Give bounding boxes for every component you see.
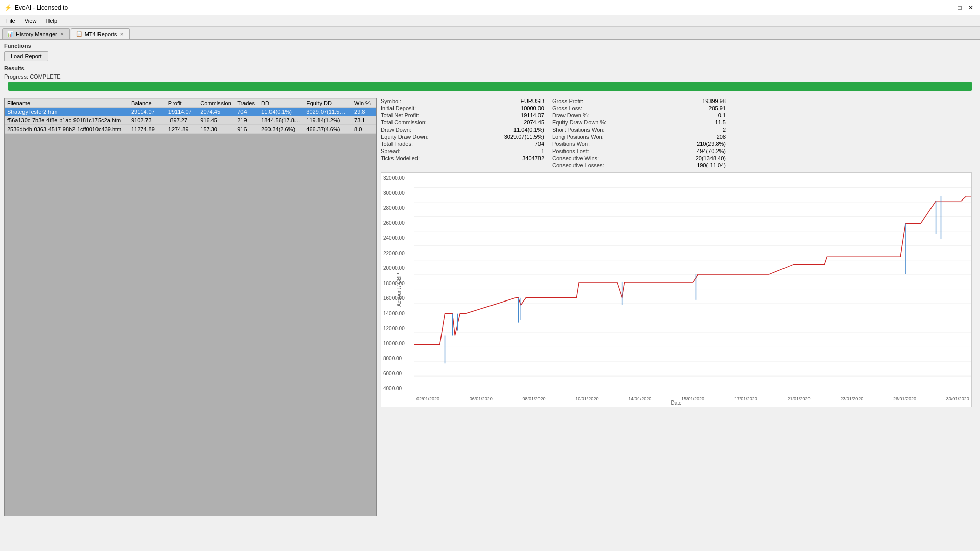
tab-mt4-reports-icon: 📋	[76, 31, 83, 37]
y-label: 22000.00	[383, 251, 412, 256]
stat-net-profit: Total Net Profit: 19114.07	[381, 112, 544, 118]
col-equity-dd: Equity DD	[304, 99, 352, 108]
x-label: 10/01/2020	[575, 396, 598, 402]
cell-profit: 1274.89	[166, 125, 198, 134]
main-layout: Filename Balance Profit Commission Trade…	[0, 98, 980, 516]
file-table-header: Filename Balance Profit Commission Trade…	[5, 99, 376, 108]
menu-view[interactable]: View	[20, 17, 41, 25]
cell-balance: 11274.89	[129, 125, 166, 134]
stat-positions-lost: Positions Lost: 494(70.2%)	[552, 148, 726, 154]
cell-profit: 19114.07	[166, 108, 198, 116]
close-button[interactable]: ✕	[966, 3, 976, 13]
cell-equity-dd: 466.37(4.6%)	[304, 125, 352, 134]
stats-right-col: Gross Profit: 19399.98 Gross Loss: -285.…	[552, 98, 726, 168]
table-row[interactable]: StrategyTester2.htm 29114.07 19114.07 20…	[5, 108, 376, 116]
y-label: 20000.00	[383, 265, 412, 271]
progress-status: Progress: COMPLETE	[4, 73, 976, 80]
title-bar: ⚡ EvoAI - Licensed to — □ ✕	[0, 0, 980, 15]
col-win: Win %	[352, 99, 376, 108]
cell-commission: 2074.45	[198, 108, 235, 116]
chart-svg	[414, 173, 971, 391]
y-label: 4000.00	[383, 386, 412, 391]
y-axis: 32000.00 30000.00 28000.00 26000.00 2400…	[381, 173, 414, 391]
x-label: 23/01/2020	[840, 396, 863, 402]
x-axis-label: Date	[671, 400, 681, 406]
file-table-body: StrategyTester2.htm 29114.07 19114.07 20…	[5, 108, 376, 134]
tab-history-manager-close[interactable]: ✕	[59, 31, 65, 37]
y-label: 32000.00	[383, 175, 412, 181]
menu-help[interactable]: Help	[41, 17, 61, 25]
cell-dd: 260.34(2.6%)	[259, 125, 304, 134]
file-table-panel: Filename Balance Profit Commission Trade…	[4, 98, 377, 516]
tab-history-manager[interactable]: 📊 History Manager ✕	[2, 28, 70, 39]
cell-profit: -897.27	[166, 116, 198, 125]
y-label: 30000.00	[383, 190, 412, 196]
x-label: 08/01/2020	[523, 396, 546, 402]
col-trades: Trades	[235, 99, 259, 108]
cell-trades: 916	[235, 125, 259, 134]
stat-consecutive-wins: Consecutive Wins: 20(1348.40)	[552, 155, 726, 161]
title-bar-left: ⚡ EvoAI - Licensed to	[4, 4, 68, 11]
x-label: 30/01/2020	[946, 396, 969, 402]
y-label: 26000.00	[383, 220, 412, 226]
results-label: Results	[4, 65, 976, 71]
cell-balance: 9102.73	[129, 116, 166, 125]
progress-bar	[8, 82, 972, 91]
cell-trades: 219	[235, 116, 259, 125]
x-label: 26/01/2020	[893, 396, 916, 402]
stat-commission: Total Commission: 2074.45	[381, 119, 544, 126]
stat-positions-won: Positions Won: 210(29.8%)	[552, 141, 726, 147]
x-label: 14/01/2020	[628, 396, 651, 402]
equity-chart: Account / GBP 32000.00 30000.00 28000.00…	[381, 172, 972, 407]
col-dd: DD	[259, 99, 304, 108]
stat-gross-loss: Gross Loss: -285.91	[552, 105, 726, 111]
col-commission: Commission	[198, 99, 235, 108]
stat-drawdown-pct: Draw Down %: 0.1	[552, 112, 726, 118]
app-icon: ⚡	[4, 4, 12, 11]
results-section: Results Progress: COMPLETE	[4, 65, 976, 91]
cell-win: 29.8	[352, 108, 376, 116]
y-label: 14000.00	[383, 311, 412, 316]
tab-mt4-reports[interactable]: 📋 MT4 Reports ✕	[71, 28, 130, 39]
stat-consecutive-losses: Consecutive Losses: 190(-11.04)	[552, 162, 726, 168]
stats-left-col: Symbol: EURUSD Initial Deposit: 10000.00…	[381, 98, 544, 168]
y-label: 10000.00	[383, 341, 412, 346]
maximize-button[interactable]: □	[954, 3, 965, 13]
stat-gross-profit: Gross Profit: 19399.98	[552, 98, 726, 104]
file-table: Filename Balance Profit Commission Trade…	[5, 98, 376, 134]
stat-initial-deposit: Initial Deposit: 10000.00	[381, 105, 544, 111]
table-row[interactable]: 2536db4b-0363-4517-98b2-1cff0010c439.htm…	[5, 125, 376, 134]
tab-mt4-reports-close[interactable]: ✕	[119, 31, 125, 37]
x-label: 17/01/2020	[734, 396, 757, 402]
content-area: Functions Load Report Results Progress: …	[0, 40, 980, 98]
cell-balance: 29114.07	[129, 108, 166, 116]
x-axis: 02/01/2020 06/01/2020 08/01/2020 10/01/2…	[414, 391, 971, 407]
cell-commission: 157.30	[198, 125, 235, 134]
stat-drawdown: Draw Down: 11.04(0.1%)	[381, 127, 544, 133]
stat-equity-drawdown: Equity Draw Down: 3029.07(11.5%)	[381, 134, 544, 140]
tab-history-manager-label: History Manager	[16, 31, 57, 37]
functions-label: Functions	[4, 43, 976, 49]
stat-short-positions: Short Positions Won: 2	[552, 127, 726, 133]
load-report-button[interactable]: Load Report	[4, 51, 48, 61]
col-balance: Balance	[129, 99, 166, 108]
app-title: EvoAI - Licensed to	[15, 4, 68, 11]
cell-filename: 2536db4b-0363-4517-98b2-1cff0010c439.htm	[5, 125, 129, 134]
tab-history-manager-icon: 📊	[7, 31, 14, 37]
chart-svg-area	[414, 173, 971, 391]
stat-total-trades: Total Trades: 704	[381, 141, 544, 147]
x-label: 02/01/2020	[416, 396, 439, 402]
right-panel: Symbol: EURUSD Initial Deposit: 10000.00…	[377, 98, 976, 516]
stat-spread: Spread: 1	[381, 148, 544, 154]
menu-bar: File View Help	[0, 15, 980, 27]
y-label: 24000.00	[383, 235, 412, 241]
stat-ticks-modelled: Ticks Modelled: 3404782	[381, 155, 544, 161]
table-row[interactable]: f56a130c-7b3e-4f8e-b1ac-90181c175c2a.htm…	[5, 116, 376, 125]
menu-file[interactable]: File	[2, 17, 19, 25]
minimize-button[interactable]: —	[943, 3, 953, 13]
cell-equity-dd: 119.14(1.2%)	[304, 116, 352, 125]
tab-mt4-reports-label: MT4 Reports	[85, 31, 117, 37]
cell-dd: 1844.56(17.8…	[259, 116, 304, 125]
cell-trades: 704	[235, 108, 259, 116]
y-label: 16000.00	[383, 295, 412, 301]
